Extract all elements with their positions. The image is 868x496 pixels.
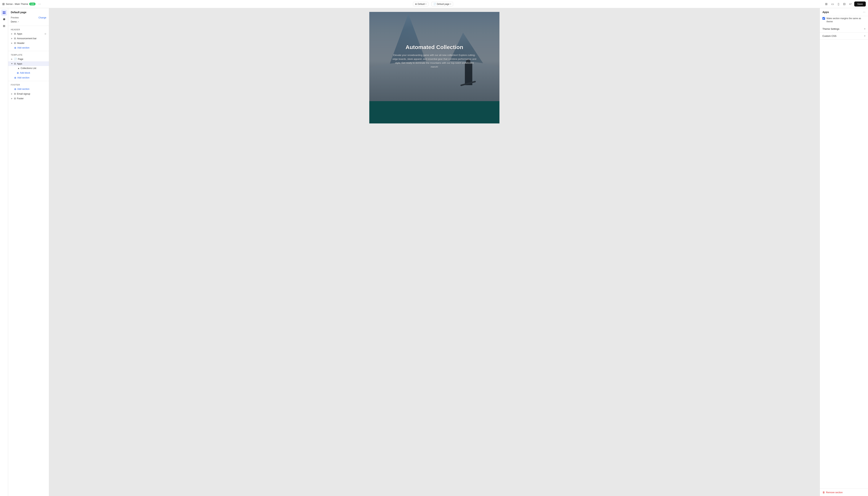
theme-settings-label: Theme Settings bbox=[822, 28, 839, 30]
sections-nav-button[interactable] bbox=[1, 10, 7, 16]
divider-1 bbox=[8, 26, 49, 26]
collections-list-item[interactable]: ▲ Collections List bbox=[13, 66, 49, 71]
live-badge: Live bbox=[29, 3, 35, 5]
desktop-view-button[interactable]: ⊞ bbox=[824, 1, 828, 6]
topbar-left: ⊞ Sense - Main Theme Live ··· bbox=[2, 2, 42, 6]
trash-icon: 🗑 bbox=[822, 491, 825, 494]
plus-icon-2: ⊕ bbox=[17, 72, 19, 74]
hero-section: Automated Collection Elevate your snowbo… bbox=[369, 12, 499, 101]
chevron-right-icon-3: ▶ bbox=[11, 42, 13, 44]
svg-rect-2 bbox=[3, 13, 4, 14]
remove-section-label: Remove section bbox=[826, 491, 843, 494]
demo-label: Demo bbox=[11, 20, 17, 23]
tablet-view-button[interactable]: ▭ bbox=[830, 1, 835, 6]
chevron-right-icon-2: ▶ bbox=[11, 37, 13, 40]
topbar-more-button[interactable]: ··· bbox=[37, 2, 42, 6]
email-signup-item[interactable]: ▶ ⊞ Email signup bbox=[8, 91, 49, 96]
canvas-inner: Automated Collection Elevate your snowbo… bbox=[369, 12, 499, 492]
svg-rect-1 bbox=[4, 11, 5, 13]
header-icon: ⊞ bbox=[14, 42, 16, 44]
footer-item[interactable]: ▶ ⊞ Footer bbox=[8, 96, 49, 101]
chevron-down-icon: ▼ bbox=[11, 63, 13, 65]
apps-template-icon: ⊞ bbox=[14, 62, 16, 65]
apps-header-action-icon: ⊘ bbox=[44, 33, 46, 35]
margin-checkbox-row: Make section margins the same as theme bbox=[820, 16, 868, 26]
header-section-label: Header bbox=[8, 27, 49, 31]
svg-rect-0 bbox=[3, 11, 4, 13]
right-panel-footer: 🗑 Remove section bbox=[820, 489, 868, 496]
theme-settings-chevron-icon: ▾ bbox=[864, 28, 865, 30]
collections-list-container: ▲ Collections List bbox=[8, 66, 49, 71]
hero-text-container: Automated Collection Elevate your snowbo… bbox=[369, 12, 499, 101]
add-section-header-button[interactable]: ⊕ Add section bbox=[8, 45, 49, 50]
add-section-footer-button[interactable]: ⊕ Add section bbox=[8, 87, 49, 91]
custom-css-section: Custom CSS ▾ bbox=[820, 33, 868, 40]
page-icon: 📄 bbox=[14, 58, 17, 60]
add-block-button[interactable]: ⊕ Add block bbox=[8, 71, 49, 75]
apps-header-item[interactable]: ▶ ⊞ Apps ⊘ bbox=[8, 31, 49, 36]
plus-icon-3: ⊕ bbox=[14, 76, 16, 79]
footer-icon: ⊞ bbox=[14, 97, 16, 100]
page-item-label: Page bbox=[18, 58, 46, 60]
hero-description: Elevate your snowboarding game with our … bbox=[392, 53, 477, 69]
save-button[interactable]: Save bbox=[854, 1, 866, 6]
preview-label: Preview bbox=[11, 16, 19, 19]
preview-row: Preview Change bbox=[8, 15, 49, 20]
demo-link[interactable]: Demo ↗ bbox=[11, 20, 19, 23]
canvas-area: Automated Collection Elevate your snowbo… bbox=[49, 8, 820, 496]
default-page-label: Default page bbox=[437, 3, 449, 5]
apps-template-item[interactable]: ▼ ⊞ Apps bbox=[8, 61, 49, 66]
header-item-label: Header bbox=[17, 42, 46, 44]
preview-change-button[interactable]: Change bbox=[38, 16, 46, 19]
split-view-button[interactable]: ⊟ bbox=[842, 1, 847, 6]
announcement-bar-label: Announcement bar bbox=[17, 37, 46, 40]
apps-nav-button[interactable] bbox=[1, 23, 7, 29]
topbar: ⊞ Sense - Main Theme Live ··· ⊕ Default … bbox=[0, 0, 868, 8]
right-panel: Apps ··· Make section margins the same a… bbox=[820, 8, 868, 496]
hero-title: Automated Collection bbox=[405, 44, 463, 50]
undo-button[interactable]: ↩ bbox=[848, 1, 853, 6]
brand-icon: ⊞ bbox=[2, 2, 5, 6]
right-panel-more-button[interactable]: ··· bbox=[863, 11, 865, 14]
footer-item-label: Footer bbox=[17, 97, 46, 100]
page-item[interactable]: ▶ 📄 Page bbox=[8, 57, 49, 61]
left-panel: Default page Preview Change Demo ↗ Heade… bbox=[8, 8, 49, 496]
apps-header-icon: ⊞ bbox=[14, 32, 16, 35]
template-section-label: Template bbox=[8, 52, 49, 57]
default-page-select[interactable]: 📄 Default page ▾ bbox=[431, 2, 453, 6]
apps-template-label: Apps bbox=[17, 62, 46, 65]
plus-icon-4: ⊕ bbox=[14, 88, 16, 91]
default-select[interactable]: ⊕ Default ▾ bbox=[413, 2, 429, 6]
main-layout: Default page Preview Change Demo ↗ Heade… bbox=[0, 8, 868, 496]
margin-checkbox[interactable] bbox=[822, 17, 825, 20]
theme-settings-header[interactable]: Theme Settings ▾ bbox=[820, 26, 868, 32]
page-frame: Automated Collection Elevate your snowbo… bbox=[369, 12, 499, 123]
page-title: Default page bbox=[11, 11, 46, 14]
chevron-right-icon-5: ▶ bbox=[11, 93, 13, 95]
right-panel-header: Apps ··· bbox=[820, 8, 868, 16]
chevron-right-icon-6: ▶ bbox=[11, 97, 13, 99]
divider-3 bbox=[8, 81, 49, 81]
announcement-bar-item[interactable]: ▶ ⊞ Announcement bar bbox=[8, 36, 49, 41]
svg-rect-3 bbox=[4, 13, 5, 14]
add-block-label: Add block bbox=[20, 72, 30, 74]
mobile-view-button[interactable]: ▯ bbox=[837, 1, 840, 6]
footer-section-label: Footer bbox=[8, 82, 49, 87]
panel-header: Default page bbox=[8, 8, 49, 15]
brand-name: Sense - Main Theme bbox=[6, 3, 28, 5]
right-panel-title: Apps bbox=[822, 11, 829, 14]
preview-demo-row: Demo ↗ bbox=[8, 20, 49, 25]
add-section-header-label: Add section bbox=[17, 46, 29, 49]
custom-css-label: Custom CSS bbox=[822, 35, 836, 37]
add-section-template-button[interactable]: ⊕ Add section bbox=[8, 75, 49, 80]
settings-nav-button[interactable] bbox=[1, 16, 7, 22]
add-section-template-label: Add section bbox=[17, 76, 29, 79]
topbar-center: ⊕ Default ▾ 📄 Default page ▾ bbox=[413, 2, 453, 6]
theme-settings-section: Theme Settings ▾ bbox=[820, 26, 868, 33]
header-item[interactable]: ▶ ⊞ Header bbox=[8, 41, 49, 45]
default-label: Default bbox=[418, 3, 425, 5]
custom-css-header[interactable]: Custom CSS ▾ bbox=[820, 33, 868, 40]
announcement-icon: ⊞ bbox=[14, 37, 16, 40]
brand-title: ⊞ Sense - Main Theme Live bbox=[2, 2, 35, 6]
remove-section-button[interactable]: 🗑 Remove section bbox=[822, 491, 843, 494]
